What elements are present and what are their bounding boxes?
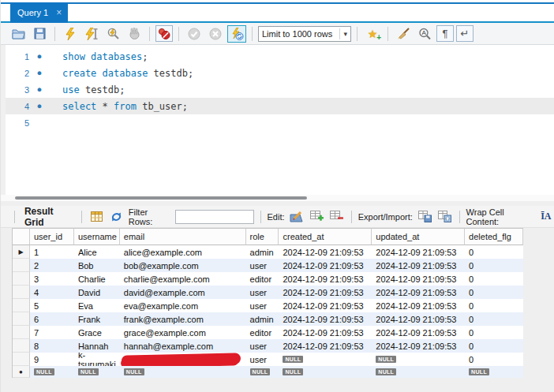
grid-cell[interactable]: Charlie [74,272,120,286]
filter-rows-input[interactable] [175,210,254,224]
row-selector[interactable]: ▶ [13,245,30,259]
grid-cell[interactable]: 2024-12-09 21:09:53 [372,245,465,259]
find-button[interactable]: A [415,25,434,43]
grid-cell[interactable]: user [246,286,279,299]
grid-cell[interactable]: editor [246,326,279,339]
grid-cell[interactable]: Eva [74,299,120,312]
grid-cell[interactable]: 0 [465,272,523,286]
stop-button[interactable] [125,25,144,43]
grid-cell[interactable]: 0 [465,326,523,339]
grid-cell[interactable]: NULL [372,366,465,378]
column-header-email[interactable]: email [120,229,246,245]
grid-cell[interactable]: user [246,259,279,272]
row-selector[interactable] [13,312,30,326]
editor-line[interactable]: 5 [6,114,554,131]
grid-cell[interactable]: 2024-12-09 21:09:53 [372,272,465,286]
grid-cell[interactable]: bob@example.com [120,259,246,272]
grid-cell[interactable]: alice@example.com [120,245,246,259]
grid-cell[interactable]: 2024-12-09 21:09:53 [372,286,465,299]
grid-cell[interactable]: 2024-12-09 21:09:53 [372,326,465,339]
grid-cell[interactable]: 2024-12-09 21:09:53 [279,272,372,286]
grid-cell[interactable]: 2024-12-09 21:09:53 [279,326,372,339]
grid-cell[interactable]: 3 [30,272,74,286]
grid-cell[interactable]: 0 [465,312,523,326]
grid-cell[interactable]: 2024-12-09 21:09:53 [279,339,372,353]
import-recordset-button[interactable] [436,209,452,225]
grid-cell[interactable]: Frank [74,312,120,326]
column-header-user_id[interactable]: user_id [30,229,74,245]
edit-record-button[interactable] [289,209,305,225]
refresh-button[interactable] [108,209,124,225]
grid-cell[interactable]: Grace [74,326,120,339]
grid-cell[interactable]: 2024-12-09 21:09:53 [279,312,372,326]
grid-cell[interactable]: NULL [120,366,246,378]
grid-cell[interactable]: 2024-12-09 21:09:53 [372,259,465,272]
grid-cell[interactable]: grace@example.com [120,326,246,339]
column-header-deleted_flg[interactable]: deleted_flg [465,229,523,245]
commit-button[interactable] [185,25,204,43]
row-selector[interactable] [13,353,30,366]
editor-line[interactable]: 4●select * from tb_user; [6,98,554,114]
open-script-button[interactable] [9,25,28,43]
grid-cell[interactable]: k-tsurumaki [74,353,120,366]
grid-cell[interactable]: 9 [30,353,74,366]
grid-cell[interactable]: NULL [372,353,465,366]
grid-cell[interactable]: NULL [246,366,279,378]
grid-cell[interactable]: NULL [74,366,120,378]
grid-cell[interactable]: Bob [74,259,120,272]
row-selector[interactable] [13,259,30,272]
grid-cell[interactable]: 2024-12-09 21:09:53 [279,286,372,299]
delete-row-button[interactable] [328,209,344,225]
grid-cell[interactable]: 8 [30,339,74,353]
toggle-autocommit-button[interactable] [227,25,246,43]
row-selector[interactable] [13,286,30,299]
limit-rows-select[interactable]: Limit to 1000 rows ▾ [258,26,351,42]
grid-cell[interactable]: user [246,339,279,353]
export-recordset-button[interactable] [417,209,432,225]
grid-cell[interactable]: 4 [30,286,74,299]
grid-cell[interactable]: NULL [30,366,74,378]
grid-cell[interactable]: david@example.com [120,286,246,299]
execute-button[interactable] [61,25,80,43]
grid-cell[interactable]: 6 [30,312,74,326]
grid-cell[interactable]: 2024-12-09 21:09:53 [279,259,372,272]
grid-cell[interactable]: frank@example.com [120,312,246,326]
grid-cell[interactable]: Hannah [74,339,120,353]
column-header-updated_at[interactable]: updated_at [372,229,465,245]
grid-cell[interactable]: 0 [465,259,523,272]
grid-cell[interactable]: 2024-12-09 21:09:53 [279,245,372,259]
row-selector[interactable]: ● [13,366,30,378]
explain-button[interactable] [103,25,122,43]
tab-close-icon[interactable]: × [56,8,62,17]
grid-cell[interactable]: NULL [279,353,372,366]
execute-current-statement-button[interactable] [82,25,101,43]
row-selector[interactable] [13,299,30,312]
row-selector[interactable] [13,326,30,339]
grid-cell[interactable]: user [246,299,279,312]
beautify-button[interactable] [394,25,413,43]
grid-cell[interactable]: 1 [30,245,74,259]
grid-cell[interactable]: NULL [279,366,372,378]
grid-cell[interactable]: 0 [465,245,523,259]
hscrollbar-thumb[interactable] [15,196,307,200]
grid-cell[interactable]: 2024-12-09 21:09:53 [372,339,465,353]
grid-columns-button[interactable] [88,209,104,225]
column-header-created_at[interactable]: created_at [279,229,372,245]
toggle-stop-on-error-button[interactable] [155,25,173,42]
save-snippet-button[interactable]: ★ + [363,25,382,43]
grid-cell[interactable]: 0 [465,299,523,312]
grid-cell[interactable]: 0 [465,353,523,366]
grid-cell[interactable]: editor [246,272,279,286]
toggle-invisibles-button[interactable]: ¶ [436,25,454,42]
grid-cell[interactable]: 0 [465,339,523,353]
grid-cell[interactable]: admin [246,312,279,326]
grid-cell[interactable]: NULL [465,366,523,378]
editor-line[interactable]: 1●show databases; [6,48,554,65]
grid-cell[interactable]: 2 [30,259,74,272]
grid-cell[interactable] [120,353,246,366]
grid-cell[interactable]: 2024-12-09 21:09:53 [372,312,465,326]
editor-line[interactable]: 3●use testdb; [6,81,554,98]
wrap-cell-content-button[interactable]: ĪA [538,209,554,225]
grid-cell[interactable]: 7 [30,326,74,339]
editor-line[interactable]: 2●create database testdb; [6,65,554,81]
